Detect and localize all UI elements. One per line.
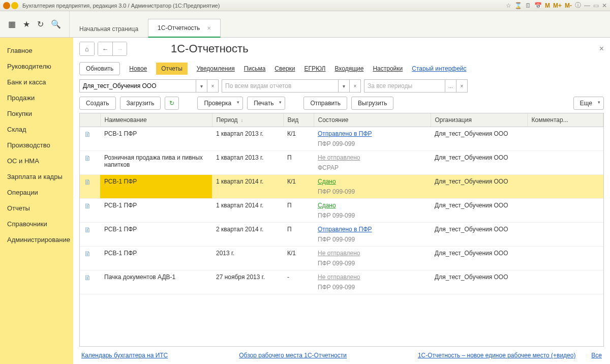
type-dropdown-icon[interactable]: ▾ bbox=[339, 79, 350, 93]
send-button[interactable]: Отправить bbox=[303, 97, 347, 110]
sidebar-item[interactable]: Продажи bbox=[0, 90, 73, 106]
period-input[interactable] bbox=[364, 79, 445, 93]
state-link[interactable]: Отправлено в ПФР bbox=[318, 130, 426, 137]
footer-all[interactable]: Все bbox=[591, 352, 602, 359]
apps-icon[interactable]: ▦ bbox=[8, 19, 16, 29]
col-org[interactable]: Организация bbox=[431, 113, 527, 127]
sys-icon[interactable]: 🗓 bbox=[525, 2, 531, 9]
table-row[interactable]: 🗎Пачка документов АДВ-127 ноября 2013 г.… bbox=[80, 270, 603, 294]
col-kind[interactable]: Вид bbox=[283, 113, 314, 127]
sys-icon[interactable]: ☆ bbox=[506, 2, 511, 9]
cell-state: СданоПФР 099-099 bbox=[314, 199, 431, 223]
app-icons bbox=[3, 2, 18, 9]
type-input[interactable] bbox=[222, 79, 339, 93]
load-button[interactable]: Загрузить bbox=[120, 97, 161, 110]
minimize-icon[interactable]: — bbox=[584, 2, 590, 9]
state-link[interactable]: Не отправлено bbox=[318, 274, 426, 281]
menu-checks[interactable]: Сверки bbox=[274, 65, 295, 72]
col-comment[interactable]: Комментар... bbox=[527, 113, 603, 127]
sidebar-item[interactable]: Склад bbox=[0, 122, 73, 137]
period-clear-icon[interactable]: × bbox=[456, 79, 468, 93]
info-icon[interactable]: ⓘ bbox=[575, 1, 581, 10]
document-icon: 🗎 bbox=[84, 250, 91, 258]
back-button[interactable]: ← bbox=[98, 42, 112, 55]
footer-overview[interactable]: Обзор рабочего места 1С-Отчетности bbox=[239, 352, 347, 359]
cell-org: Для_тест_Обучения ООО bbox=[431, 127, 527, 151]
reload-icon-button[interactable]: ↻ bbox=[165, 97, 179, 110]
sys-m[interactable]: M bbox=[545, 2, 550, 9]
col-name[interactable]: Наименование bbox=[100, 113, 212, 127]
create-button[interactable]: Создать bbox=[79, 97, 116, 110]
tab-reports[interactable]: 1С-Отчетность ✕ bbox=[148, 19, 221, 38]
state-link[interactable]: Не отправлено bbox=[318, 154, 426, 161]
unload-button[interactable]: Выгрузить bbox=[351, 97, 394, 110]
cell-kind: К/1 bbox=[283, 127, 314, 151]
table-row[interactable]: 🗎РСВ-1 ПФР1 квартал 2014 г.К/1СданоПФР 0… bbox=[80, 175, 603, 199]
cell-name: РСВ-1 ПФР bbox=[100, 199, 212, 223]
sidebar-item[interactable]: Руководителю bbox=[0, 58, 73, 74]
table-row[interactable]: 🗎РСВ-1 ПФР1 квартал 2014 г.ПСданоПФР 099… bbox=[80, 199, 603, 223]
table-row[interactable]: 🗎РСВ-1 ПФР1 квартал 2013 г.К/1Отправлено… bbox=[80, 127, 603, 151]
menu-reports[interactable]: Отчеты bbox=[156, 63, 187, 75]
sys-icon[interactable]: ⌛ bbox=[514, 2, 522, 9]
menu-new[interactable]: Новое bbox=[129, 65, 147, 72]
sidebar-item[interactable]: Зарплата и кадры bbox=[0, 169, 73, 185]
page-close-icon[interactable]: × bbox=[599, 44, 604, 53]
period-picker-icon[interactable]: … bbox=[445, 79, 456, 93]
table-row[interactable]: 🗎Розничная продажа пива и пивных напитко… bbox=[80, 151, 603, 175]
star-icon[interactable]: ★ bbox=[23, 19, 30, 29]
close-icon[interactable]: ✕ bbox=[602, 2, 607, 9]
more-button[interactable]: Еще bbox=[573, 97, 604, 110]
tool-icons: ▦ ★ ↻ 🔍 bbox=[0, 11, 70, 37]
sidebar-item[interactable]: Администрирование bbox=[0, 232, 73, 248]
check-button[interactable]: Проверка bbox=[197, 97, 243, 110]
table-row[interactable]: 🗎РСВ-1 ПФР2 квартал 2014 г.ПОтправлено в… bbox=[80, 223, 603, 247]
org-clear-icon[interactable]: × bbox=[207, 79, 219, 93]
state-link[interactable]: Сдано bbox=[318, 178, 426, 185]
cell-org: Для_тест_Обучения ООО bbox=[431, 247, 527, 270]
col-icon[interactable] bbox=[80, 113, 100, 127]
history-icon[interactable]: ↻ bbox=[37, 19, 44, 29]
tab-close-icon[interactable]: ✕ bbox=[207, 25, 211, 31]
refresh-button[interactable]: Обновить bbox=[79, 62, 120, 75]
sidebar-item[interactable]: Справочники bbox=[0, 216, 73, 232]
menu-letters[interactable]: Письма bbox=[244, 65, 266, 72]
org-dropdown-icon[interactable]: ▾ bbox=[196, 79, 207, 93]
sidebar-item[interactable]: Отчеты bbox=[0, 200, 73, 216]
menu-incoming[interactable]: Входящие bbox=[335, 65, 364, 72]
state-link[interactable]: Не отправлено bbox=[318, 250, 426, 257]
state-link[interactable]: Сдано bbox=[318, 202, 426, 209]
cell-org: Для_тест_Обучения ООО bbox=[431, 199, 527, 223]
forward-button[interactable]: → bbox=[112, 42, 127, 55]
sidebar-item[interactable]: Банк и касса bbox=[0, 74, 73, 90]
cell-kind: К/1 bbox=[283, 247, 314, 270]
sidebar-item[interactable]: Покупки bbox=[0, 106, 73, 122]
col-state[interactable]: Состояние bbox=[314, 113, 431, 127]
sidebar-item[interactable]: ОС и НМА bbox=[0, 153, 73, 169]
cell-period: 2013 г. bbox=[212, 247, 283, 270]
maximize-icon[interactable]: ▭ bbox=[593, 2, 599, 9]
search-icon[interactable]: 🔍 bbox=[51, 19, 61, 29]
menu-notifications[interactable]: Уведомления bbox=[197, 65, 235, 72]
footer-workspace[interactable]: 1С-Отчетность – новое единое рабочее мес… bbox=[418, 352, 576, 359]
menu-settings[interactable]: Настройки bbox=[373, 65, 403, 72]
cell-comment bbox=[527, 223, 603, 247]
menu-old-ui[interactable]: Старый интерфейс bbox=[412, 65, 466, 72]
home-button[interactable]: ⌂ bbox=[80, 42, 94, 55]
state-link[interactable]: Отправлено в ПФР bbox=[318, 226, 426, 233]
sys-m-plus[interactable]: M+ bbox=[553, 2, 562, 9]
sys-m-minus[interactable]: M- bbox=[565, 2, 572, 9]
sys-icon[interactable]: 📅 bbox=[534, 2, 542, 9]
sidebar-item[interactable]: Главное bbox=[0, 43, 73, 58]
table-row[interactable]: 🗎РСВ-1 ПФР2013 г.К/1Не отправленоПФР 099… bbox=[80, 247, 603, 270]
menu-egrul[interactable]: ЕГРЮЛ bbox=[304, 65, 326, 72]
type-clear-icon[interactable]: × bbox=[350, 79, 361, 93]
print-button[interactable]: Печать bbox=[247, 97, 285, 110]
org-input[interactable] bbox=[79, 79, 196, 93]
reports-table: Наименование Период↓ Вид Состояние Орган… bbox=[80, 113, 603, 294]
sidebar-item[interactable]: Операции bbox=[0, 185, 73, 200]
sidebar-item[interactable]: Производство bbox=[0, 137, 73, 153]
footer-calendar[interactable]: Календарь бухгалтера на ИТС bbox=[81, 352, 168, 359]
tab-home[interactable]: Начальная страница bbox=[70, 20, 148, 38]
col-period[interactable]: Период↓ bbox=[212, 113, 283, 127]
